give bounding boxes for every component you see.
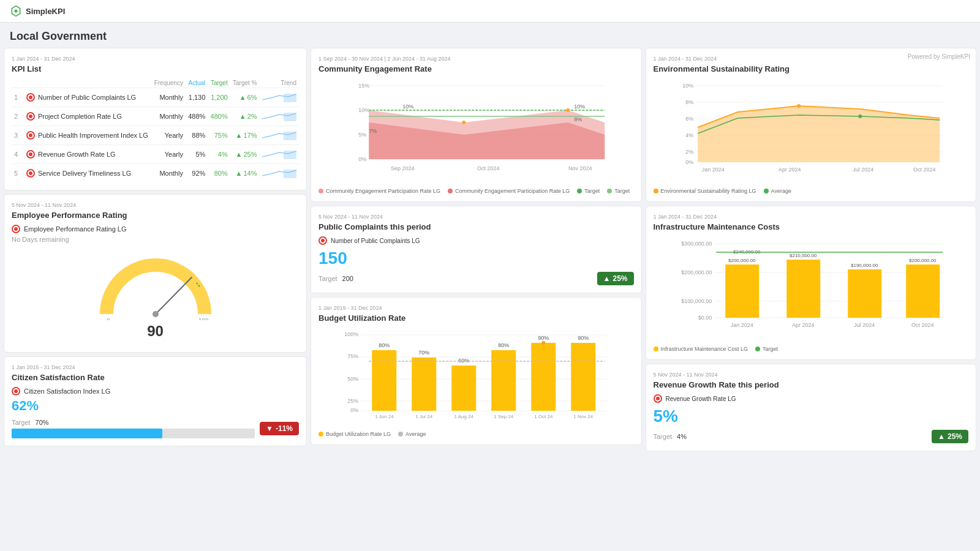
- kpi-list-card: 1 Jan 2024 - 31 Dec 2024 KPI List Freque…: [4, 48, 307, 190]
- svg-rect-2: [284, 94, 296, 102]
- community-title: Community Engagement Rate: [318, 64, 634, 73]
- svg-line-7: [156, 277, 192, 314]
- page-title: Local Government: [0, 23, 980, 48]
- complaints-subtitle: Number of Public Complaints LG: [318, 236, 634, 245]
- row-trend: [260, 164, 300, 183]
- env-title: Environmental Sustainability Rating: [654, 64, 969, 73]
- header: SimpleKPI: [0, 0, 980, 23]
- citizen-badge-container: ▼ -11%: [260, 422, 299, 435]
- row-dot: [26, 169, 35, 178]
- svg-text:$200,000.00: $200,000.00: [681, 269, 712, 276]
- legend-dot-4: [607, 189, 612, 193]
- svg-text:100: 100: [198, 318, 209, 320]
- app-name: SimpleKPI: [26, 7, 65, 16]
- infra-dot-1: [654, 347, 658, 351]
- row-freq: Yearly: [151, 126, 186, 145]
- svg-point-1: [15, 10, 18, 13]
- env-legend-2: Average: [764, 188, 791, 194]
- revenue-target-row: Target 4% ▲ 25%: [654, 430, 969, 443]
- kpi-row-1: 1 Number of Public Complaints LG Monthly…: [12, 88, 299, 107]
- svg-text:8%: 8%: [685, 99, 693, 105]
- revenue-target-area: Target 4%: [654, 433, 932, 440]
- row-actual: 92%: [186, 164, 208, 183]
- bar-4: [491, 350, 516, 411]
- row-dot: [26, 93, 35, 102]
- legend-item-3: Target: [577, 188, 600, 194]
- employee-performance-card: 5 Nov 2024 - 11 Nov 2024 Employee Perfor…: [4, 194, 307, 353]
- citizen-value: 62%: [12, 398, 299, 414]
- svg-text:2%: 2%: [685, 149, 693, 155]
- svg-point-69: [797, 104, 801, 108]
- svg-text:$190,000.00: $190,000.00: [851, 263, 878, 268]
- col-name: [24, 78, 151, 88]
- complaints-dot: [318, 236, 327, 245]
- svg-text:Oct 2024: Oct 2024: [911, 322, 933, 328]
- svg-text:Oct 2024: Oct 2024: [913, 167, 935, 173]
- row-name: Number of Public Complaints LG: [24, 88, 151, 107]
- legend-item-2: Community Engagement Participation Rate …: [448, 188, 570, 194]
- kpi-list-date: 1 Jan 2024 - 31 Dec 2024: [12, 56, 299, 62]
- infra-bar-4: [906, 264, 940, 318]
- complaints-badge: ▲ 25%: [597, 272, 634, 285]
- revenue-dot: [654, 394, 662, 403]
- citizen-dot: [12, 387, 20, 395]
- svg-text:75%: 75%: [347, 353, 358, 359]
- row-target: 75%: [208, 126, 230, 145]
- svg-text:100%: 100%: [344, 331, 358, 337]
- row-actual: 88%: [186, 126, 208, 145]
- svg-text:Jan 2024: Jan 2024: [730, 322, 753, 328]
- env-dot-1: [654, 189, 658, 193]
- svg-text:Apr 2024: Apr 2024: [778, 167, 801, 173]
- emp-kpi-label: Employee Performance Rating LG: [12, 225, 299, 233]
- svg-point-48: [541, 341, 545, 345]
- svg-text:10%: 10%: [358, 107, 369, 113]
- svg-point-28: [462, 121, 466, 124]
- budget-date: 1 Jan 2019 - 31 Dec 2024: [318, 305, 634, 311]
- complaints-target-area: Target 200: [318, 275, 597, 282]
- row-num: 3: [12, 126, 24, 145]
- svg-text:7%: 7%: [369, 128, 377, 134]
- citizen-satisfaction-card: 1 Jan 2015 - 31 Dec 2024 Citizen Satisfa…: [4, 356, 307, 446]
- legend-dot-3: [577, 189, 582, 193]
- infra-bar-3: [848, 269, 881, 318]
- row-dot: [26, 131, 35, 140]
- svg-text:6%: 6%: [685, 116, 693, 122]
- revenue-value: 5%: [654, 407, 969, 426]
- infra-title: Infrastructure Maintenance Costs: [654, 222, 969, 231]
- legend-item-4: Target: [607, 188, 630, 194]
- svg-text:Jan 2024: Jan 2024: [701, 167, 724, 173]
- svg-text:$100,000.00: $100,000.00: [681, 298, 712, 304]
- svg-text:0%: 0%: [358, 156, 366, 162]
- svg-point-70: [858, 114, 862, 118]
- svg-point-29: [566, 108, 570, 112]
- env-legend: Environmental Sustainability Rating LG A…: [654, 188, 969, 194]
- row-dot: [26, 112, 35, 121]
- budget-legend: Budget Utilization Rate LG Average: [318, 431, 634, 437]
- row-target: 80%: [208, 164, 230, 183]
- row-target: 480%: [208, 107, 230, 126]
- citizen-bottom: Target 70% ▼ -11%: [12, 419, 299, 438]
- budget-dot-2: [398, 432, 403, 437]
- gauge-value: 90: [147, 323, 164, 340]
- row-target-pct: ▲ 14%: [230, 164, 260, 183]
- svg-text:$200,000.00: $200,000.00: [909, 258, 937, 263]
- budget-chart: 100% 75% 50% 25% 0% 80% 70% 60%: [318, 328, 634, 425]
- col-num: [12, 78, 24, 88]
- infra-dot-2: [755, 347, 760, 351]
- infra-legend-1: Infrastructure Maintenance Cost LG: [654, 346, 748, 352]
- svg-text:0%: 0%: [350, 407, 358, 413]
- env-dot-2: [764, 189, 769, 193]
- svg-rect-3: [284, 113, 296, 121]
- infra-legend-2: Target: [755, 346, 778, 352]
- row-name: Project Completion Rate LG: [24, 107, 151, 126]
- revenue-growth-card: 5 Nov 2024 - 11 Nov 2024 Revenue Growth …: [646, 364, 977, 451]
- svg-text:Sep 2024: Sep 2024: [391, 165, 415, 171]
- budget-legend-1: Budget Utilization Rate LG: [318, 431, 391, 437]
- svg-text:Jul 2024: Jul 2024: [854, 322, 875, 328]
- revenue-title: Revenue Growth Rate this period: [654, 380, 969, 389]
- complaints-value: 150: [318, 249, 634, 268]
- row-target: 4%: [208, 145, 230, 164]
- svg-text:4%: 4%: [685, 132, 693, 138]
- row-target-pct: ▲ 17%: [230, 126, 260, 145]
- revenue-subtitle: Revenue Growth Rate LG: [654, 394, 969, 403]
